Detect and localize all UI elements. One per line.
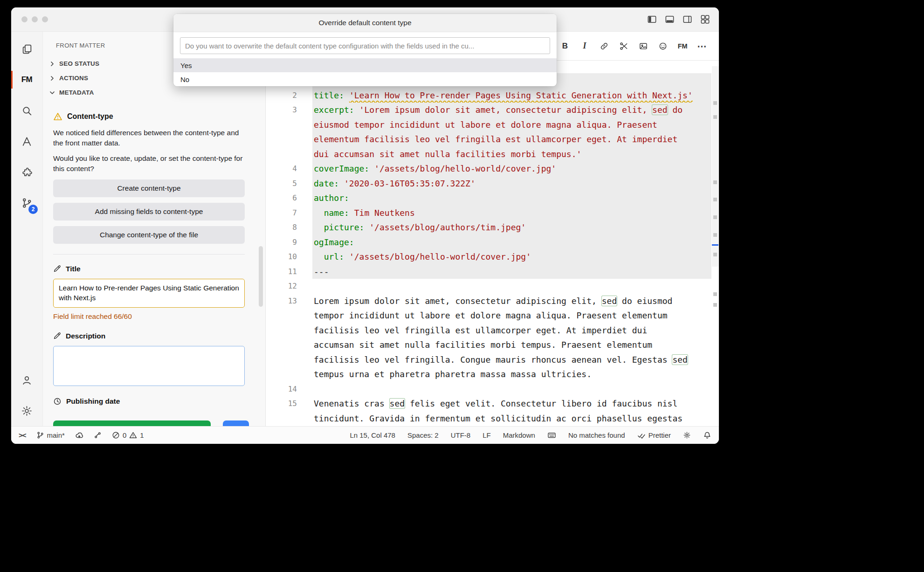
problems-item[interactable]: 0 1 bbox=[112, 431, 144, 439]
add-missing-fields-button[interactable]: Add missing fields to content-type bbox=[53, 203, 245, 221]
errors-icon bbox=[112, 431, 120, 439]
code-line[interactable]: dui accumsan sit amet nulla facilities m… bbox=[266, 147, 711, 162]
save-button-partial[interactable] bbox=[53, 420, 211, 426]
notifications-bell-icon[interactable] bbox=[703, 431, 711, 440]
title-field[interactable]: Learn How to Pre-render Pages Using Stat… bbox=[53, 279, 245, 308]
code-line[interactable]: eiusmod tempor incididunt ut labore et d… bbox=[266, 117, 711, 132]
code-line[interactable]: 6author: bbox=[266, 191, 711, 206]
code-line[interactable]: 9ogImage: bbox=[266, 235, 711, 250]
toggle-primary-sidebar-icon[interactable] bbox=[647, 14, 657, 25]
create-content-type-button[interactable]: Create content-type bbox=[53, 179, 245, 197]
settings-small-icon[interactable] bbox=[683, 431, 691, 439]
section-label: METADATA bbox=[59, 89, 94, 96]
code-line[interactable]: 13Lorem ipsum dolor sit amet, consectetu… bbox=[266, 294, 711, 309]
description-field[interactable] bbox=[53, 346, 245, 386]
frontmatter-icon[interactable]: FM bbox=[11, 64, 42, 95]
code-line[interactable]: tempor incididunt ut labore et dolore ma… bbox=[266, 308, 711, 323]
dialog-input-wrap: Do you want to overwrite the default con… bbox=[173, 32, 557, 58]
code-line[interactable]: accumsan sit amet nulla facilities morbi… bbox=[266, 338, 711, 352]
description-field-label: Description bbox=[53, 332, 245, 340]
section-metadata[interactable]: METADATA bbox=[43, 85, 265, 100]
frontmatter-badge[interactable]: FM bbox=[677, 41, 688, 52]
overview-ruler-mark bbox=[713, 215, 717, 219]
content-type-title: Content-type bbox=[67, 112, 113, 121]
formatter-item[interactable]: Prettier bbox=[637, 431, 671, 440]
line-number: 14 bbox=[266, 382, 312, 397]
toggle-panel-icon[interactable] bbox=[664, 14, 675, 25]
chevron-right-icon bbox=[48, 75, 56, 82]
code-line[interactable]: elementum facilisis leo vel fringilla es… bbox=[266, 132, 711, 147]
quick-pick-dialog: Override default content type Do you wan… bbox=[173, 14, 557, 86]
git-graph-icon[interactable] bbox=[94, 431, 102, 439]
code-line[interactable]: facilisis leo vel fringilla est ullamcor… bbox=[266, 323, 711, 338]
code-line[interactable]: 2title: 'Learn How to Pre-render Pages U… bbox=[266, 88, 711, 103]
content-type-text-1: We noticed field differences between the… bbox=[53, 128, 245, 148]
sidebar-scrollbar[interactable] bbox=[259, 246, 263, 307]
indentation[interactable]: Spaces: 2 bbox=[407, 431, 439, 439]
cursor-position[interactable]: Ln 15, Col 478 bbox=[350, 431, 395, 439]
publish-changes-icon[interactable] bbox=[75, 431, 83, 440]
code-line[interactable]: tincidunt. Gravida in fermentum et solli… bbox=[266, 411, 711, 426]
code-line[interactable]: 14 bbox=[266, 382, 711, 397]
code-line[interactable]: 8 picture: '/assets/blog/authors/tim.jpe… bbox=[266, 220, 711, 235]
zoom-window-button[interactable] bbox=[42, 16, 48, 22]
account-icon[interactable] bbox=[11, 365, 42, 395]
secondary-button-partial[interactable] bbox=[223, 420, 249, 426]
code-line[interactable]: 4coverImage: '/assets/blog/hello-world/c… bbox=[266, 161, 711, 176]
code-line[interactable]: 15Venenatis cras sed felis eget velit. C… bbox=[266, 396, 711, 411]
files-icon[interactable] bbox=[11, 34, 42, 64]
dialog-input[interactable]: Do you want to overwrite the default con… bbox=[180, 37, 550, 54]
pencil-icon bbox=[53, 265, 61, 273]
source-control-icon[interactable]: 2 bbox=[11, 187, 42, 218]
bold-icon[interactable]: B bbox=[559, 41, 571, 52]
italic-icon[interactable]: I bbox=[579, 41, 590, 52]
code-line[interactable]: 11--- bbox=[266, 264, 711, 279]
toggle-secondary-sidebar-icon[interactable] bbox=[682, 14, 693, 25]
code-area[interactable]: 1---2title: 'Learn How to Pre-render Pag… bbox=[266, 61, 711, 426]
line-number: 15 bbox=[266, 396, 312, 411]
metadata-panel: Content-type We noticed field difference… bbox=[43, 100, 265, 406]
option-yes[interactable]: Yes bbox=[173, 58, 557, 72]
search-icon[interactable] bbox=[11, 95, 42, 126]
overview-ruler[interactable] bbox=[711, 61, 719, 426]
more-icon[interactable]: ⋯ bbox=[696, 41, 708, 52]
match-status[interactable]: No matches found bbox=[568, 431, 625, 439]
settings-gear-icon[interactable] bbox=[11, 395, 42, 426]
emoji-icon[interactable] bbox=[657, 41, 669, 52]
code-line[interactable]: tempus urna et pharetra pharetra massa m… bbox=[266, 367, 711, 382]
code-line[interactable]: 12 bbox=[266, 279, 711, 294]
editor: H B I FM ⋯ 1---2title: 'Learn bbox=[266, 32, 719, 426]
line-number: 9 bbox=[266, 235, 312, 250]
overview-ruler-mark bbox=[713, 253, 717, 256]
code-line[interactable]: 10 url: '/assets/blog/hello-world/cover.… bbox=[266, 249, 711, 264]
encoding[interactable]: UTF-8 bbox=[451, 431, 471, 439]
description-label-text: Description bbox=[66, 332, 105, 340]
eol-sequence[interactable]: LF bbox=[483, 431, 491, 439]
image-icon[interactable] bbox=[638, 41, 649, 52]
code-line[interactable]: 3excerpt: 'Lorem ipsum dolor sit amet, c… bbox=[266, 103, 711, 117]
line-number: 12 bbox=[266, 279, 312, 294]
language-mode[interactable]: Markdown bbox=[503, 431, 535, 439]
link-icon[interactable] bbox=[599, 41, 610, 52]
change-content-type-button[interactable]: Change content-type of the file bbox=[53, 226, 245, 244]
extensions-icon[interactable] bbox=[11, 157, 42, 187]
code-lines: 1---2title: 'Learn How to Pre-render Pag… bbox=[266, 73, 711, 426]
code-line[interactable]: 5date: '2020-03-16T05:35:07.322Z' bbox=[266, 176, 711, 191]
close-window-button[interactable] bbox=[21, 16, 28, 22]
code-line[interactable]: 7 name: Tim Neutkens bbox=[266, 206, 711, 221]
code-line[interactable]: facilisis leo vel fringilla. Congue maur… bbox=[266, 352, 711, 367]
scissors-icon[interactable] bbox=[618, 41, 629, 52]
line-number bbox=[266, 308, 312, 323]
keyboard-icon[interactable] bbox=[547, 431, 556, 440]
line-number bbox=[266, 367, 312, 382]
remote-indicator[interactable]: >< bbox=[19, 431, 26, 439]
line-number: 13 bbox=[266, 294, 312, 309]
azure-icon[interactable] bbox=[11, 126, 42, 157]
customize-layout-icon[interactable] bbox=[700, 14, 710, 25]
activity-bar: FM 2 bbox=[11, 32, 43, 426]
git-branch-item[interactable]: main* bbox=[36, 431, 65, 439]
minimize-window-button[interactable] bbox=[32, 16, 38, 22]
option-no[interactable]: No bbox=[173, 72, 557, 86]
status-bar-right: Ln 15, Col 478 Spaces: 2 UTF-8 LF Markdo… bbox=[350, 431, 711, 440]
vscode-window: FM 2 bbox=[11, 7, 719, 444]
